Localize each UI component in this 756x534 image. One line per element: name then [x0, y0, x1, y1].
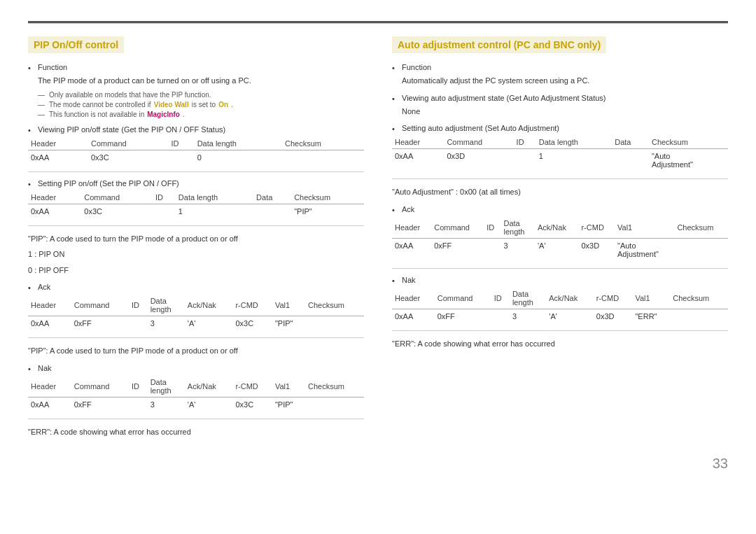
- table2-r: Header Command ID Datalength Ack/Nak r-C…: [392, 217, 728, 261]
- cell-header: 0xAA: [28, 150, 88, 164]
- table1-row-r: 0xAA 0x3D 1 "AutoAdjustment": [392, 149, 728, 172]
- cell-id-r2: [484, 238, 500, 261]
- col-datalength-r: Data length: [536, 136, 612, 149]
- err-note-r: "ERR": A code showing what error has occ…: [392, 338, 728, 350]
- bullet-icon-2: •: [28, 126, 34, 134]
- table3: Header Command ID Datalength Ack/Nak r-C…: [28, 295, 364, 330]
- cell-acknak-r3: 'A': [546, 309, 594, 323]
- cell-header: 0xAA: [28, 397, 71, 412]
- setting-label-r: Setting auto adjustment (Set Auto Adjust…: [402, 124, 559, 132]
- bullet-icon-4: •: [28, 283, 34, 292]
- setting-label: Setting PIP on/off (Set the PIP ON / OFF…: [38, 179, 179, 188]
- cell-header: 0xAA: [28, 204, 81, 218]
- bullet-icon-r4: •: [392, 206, 398, 214]
- col-checksum: Checksum: [282, 137, 364, 150]
- table2-row-r: 0xAA 0xFF 3 'A' 0x3D "AutoAdjustment": [392, 238, 728, 261]
- pip-note3: 0 : PIP OFF: [28, 265, 364, 276]
- col-header: Header: [28, 295, 71, 316]
- ack-item: • Ack: [28, 283, 364, 292]
- col-header-r3: Header: [392, 288, 435, 309]
- table3-row-r: 0xAA 0xFF 3 'A' 0x3D "ERR": [392, 309, 728, 323]
- col-data-r: Data: [612, 136, 649, 149]
- col-id: ID: [129, 376, 148, 398]
- setting-item-r: • Setting auto adjustment (Set Auto Adju…: [392, 124, 728, 133]
- nak-item-r: • Nak: [392, 276, 728, 285]
- cell-header: 0xAA: [28, 316, 71, 331]
- col-id: ID: [153, 191, 176, 204]
- table2-row: 0xAA 0x3C 1 "PIP": [28, 204, 364, 218]
- col-checksum: Checksum: [305, 376, 364, 398]
- cell-command: 0xFF: [71, 397, 129, 412]
- cell-header-r: 0xAA: [392, 149, 444, 172]
- col-rcmd-r3: r-CMD: [594, 288, 633, 309]
- note-1: Only available on models that have the P…: [28, 91, 364, 99]
- col-val1: Val1: [272, 295, 305, 316]
- col-acknak: Ack/Nak: [185, 376, 233, 398]
- page-number: 33: [28, 456, 728, 472]
- cell-header-r3: 0xAA: [392, 309, 435, 323]
- cell-command-r3: 0xFF: [435, 309, 491, 323]
- cell-val1: "PIP": [272, 397, 305, 412]
- bullet-icon: •: [28, 64, 34, 72]
- cell-id: [129, 397, 148, 412]
- col-checksum-r2: Checksum: [674, 217, 728, 239]
- pip-note1: "PIP": A code used to turn the PIP mode …: [28, 233, 364, 245]
- col-id-r2: ID: [484, 217, 500, 239]
- function-desc: The PIP mode of a product can be turned …: [28, 75, 364, 87]
- bullet-icon-r1: •: [392, 64, 398, 72]
- cell-checksum-r: "AutoAdjustment": [649, 149, 728, 172]
- nak-item: • Nak: [28, 364, 364, 373]
- col-id-r3: ID: [491, 288, 510, 309]
- nak-label: Nak: [38, 364, 52, 372]
- ack-label: Ack: [38, 283, 50, 291]
- ack-label-r: Ack: [402, 205, 414, 213]
- bullet-icon-3: •: [28, 180, 34, 188]
- table1-wrapper-r: Header Command ID Data length Data Check…: [392, 136, 728, 171]
- col-data: Datalength: [148, 376, 185, 398]
- col-header-r: Header: [392, 136, 444, 149]
- cell-rcmd: 0x3C: [232, 316, 272, 331]
- table3-row: 0xAA 0xFF 3 'A' 0x3C "PIP": [28, 316, 364, 331]
- cell-header-r2: 0xAA: [392, 238, 431, 261]
- cell-command: 0x3C: [81, 204, 153, 218]
- err-note: "ERR": A code showing what error has occ…: [28, 426, 364, 438]
- col-id: ID: [129, 295, 148, 316]
- cell-id-r3: [491, 309, 510, 323]
- cell-datalength: 3: [148, 316, 185, 331]
- cell-acknak-r2: 'A': [535, 238, 579, 261]
- cell-checksum-r3: [670, 309, 728, 323]
- viewing-item: • Viewing PIP on/off state (Get the PIP …: [28, 125, 364, 134]
- right-column: Auto adjustment control (PC and BNC only…: [392, 36, 728, 442]
- table3-r: Header Command ID Datalength Ack/Nak r-C…: [392, 288, 728, 323]
- cell-acknak: 'A': [185, 316, 233, 331]
- table1-r: Header Command ID Data length Data Check…: [392, 136, 728, 171]
- bullet-icon-r2: •: [392, 94, 398, 103]
- table1-row: 0xAA 0x3C 0: [28, 150, 364, 164]
- nak-label-r: Nak: [402, 276, 416, 284]
- note2-bold: Video Wall: [154, 101, 189, 108]
- function-item-r: • Function: [392, 63, 728, 72]
- cell-rcmd-r3: 0x3D: [594, 309, 633, 323]
- table4-row: 0xAA 0xFF 3 'A' 0x3C "PIP": [28, 397, 364, 412]
- col-id-r: ID: [514, 136, 536, 149]
- left-column: PIP On/Off control • Function The PIP mo…: [28, 36, 364, 442]
- cell-command: 0x3C: [88, 150, 169, 164]
- col-val1-r3: Val1: [632, 288, 670, 309]
- col-checksum: Checksum: [305, 295, 364, 316]
- col-command: Command: [81, 191, 153, 204]
- col-datalength: Data length: [195, 137, 282, 150]
- pip-note4: "PIP": A code used to turn the PIP mode …: [28, 345, 364, 357]
- cell-data: [253, 204, 291, 218]
- cell-command: 0xFF: [71, 316, 129, 331]
- bullet-icon-r3: •: [392, 125, 398, 133]
- ack-item-r: • Ack: [392, 205, 728, 214]
- function-item: • Function: [28, 63, 364, 72]
- col-data: Data: [253, 191, 291, 204]
- auto-note: "Auto Adjustment" : 0x00 (at all times): [392, 186, 728, 198]
- viewing-label: Viewing PIP on/off state (Get the PIP ON…: [38, 125, 225, 134]
- col-data: Datalength: [148, 295, 185, 316]
- table2-wrapper-r: Header Command ID Datalength Ack/Nak r-C…: [392, 217, 728, 261]
- cell-checksum: [282, 150, 364, 164]
- cell-rcmd-r2: 0x3D: [578, 238, 615, 261]
- cell-acknak: 'A': [185, 397, 233, 412]
